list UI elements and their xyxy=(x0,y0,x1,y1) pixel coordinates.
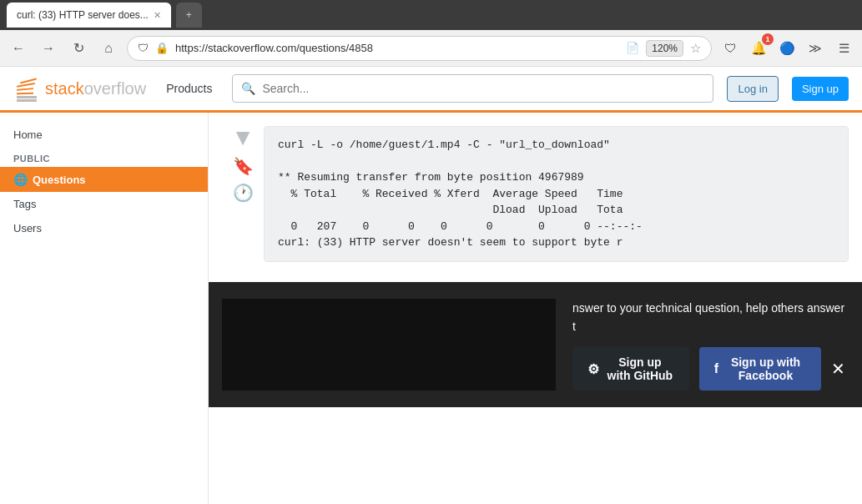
sidebar-item-users[interactable]: Users xyxy=(0,216,208,240)
overlay-close-button[interactable]: ✕ xyxy=(831,359,845,379)
sidebar-item-home[interactable]: Home xyxy=(0,123,208,147)
extensions-icon[interactable]: 🔵 xyxy=(775,37,799,60)
svg-rect-4 xyxy=(17,83,35,88)
sidebar-tags-label: Tags xyxy=(13,198,36,210)
content-area: ▼ 🔖 🕐 curl -L -o /home/guest/1.mp4 -C - … xyxy=(209,113,862,504)
history-button[interactable]: 🕐 xyxy=(233,183,254,203)
post-controls: ▼ 🔖 🕐 xyxy=(215,119,257,275)
globe-icon: 🌐 xyxy=(13,173,28,186)
so-logo-text: stackoverflow xyxy=(45,79,146,98)
github-signup-button[interactable]: ⚙ Sign up with GitHub xyxy=(572,347,689,391)
tab-close-button[interactable]: ✕ xyxy=(154,10,161,21)
lock-icon: 🔒 xyxy=(155,42,169,54)
vote-down-button[interactable]: ▼ xyxy=(231,126,255,149)
search-icon: 🔍 xyxy=(241,82,255,95)
sidebar-users-label: Users xyxy=(13,222,42,234)
url-text: https://stackoverflow.com/questions/4858 xyxy=(175,42,619,54)
notification-bell[interactable]: 🔔 1 xyxy=(747,37,770,60)
inactive-tab[interactable]: + xyxy=(176,3,202,28)
overlay-message: nswer to your technical question, help o… xyxy=(572,299,845,336)
address-bar[interactable]: 🛡 🔒 https://stackoverflow.com/questions/… xyxy=(127,36,712,61)
svg-rect-0 xyxy=(17,96,37,98)
notification-count: 1 xyxy=(762,33,774,45)
content-wrapper: ▼ 🔖 🕐 curl -L -o /home/guest/1.mp4 -C - … xyxy=(209,113,862,504)
main-layout: Home PUBLIC 🌐 Questions Tags Users ▼ 🔖 🕐 xyxy=(0,113,862,504)
search-input[interactable] xyxy=(262,82,704,95)
github-icon: ⚙ xyxy=(587,361,599,377)
zoom-level: 120% xyxy=(646,40,683,57)
sidebar-item-label: Home xyxy=(13,129,43,141)
svg-rect-3 xyxy=(17,88,33,91)
products-nav[interactable]: Products xyxy=(159,78,219,98)
overlay-text-area: nswer to your technical question, help o… xyxy=(222,299,845,391)
signup-button[interactable]: Sign up xyxy=(792,77,849,101)
login-button[interactable]: Log in xyxy=(727,76,778,102)
reload-button[interactable]: ↻ xyxy=(67,37,90,60)
tab-label: curl: (33) HTTP server does... xyxy=(17,9,149,21)
overlay-content: nswer to your technical question, help o… xyxy=(222,299,845,391)
code-block: curl -L -o /home/guest/1.mp4 -C - "url_t… xyxy=(265,127,848,261)
so-header: stackoverflow Products 🔍 Log in Sign up xyxy=(0,67,862,113)
active-tab[interactable]: curl: (33) HTTP server does... ✕ xyxy=(7,3,171,28)
forward-button[interactable]: → xyxy=(37,37,60,60)
so-logo-icon xyxy=(13,73,40,104)
sidebar-item-tags[interactable]: Tags xyxy=(0,192,208,216)
svg-rect-2 xyxy=(17,93,33,95)
sidebar-questions-label: Questions xyxy=(33,174,86,186)
svg-rect-1 xyxy=(17,99,37,102)
sidebar-item-questions[interactable]: 🌐 Questions xyxy=(0,167,208,192)
security-shield-icon: 🛡 xyxy=(138,42,149,54)
facebook-signup-button[interactable]: f Sign up with Facebook xyxy=(699,347,821,391)
address-bar-row: ← → ↻ ⌂ 🛡 🔒 https://stackoverflow.com/qu… xyxy=(0,30,862,67)
home-button[interactable]: ⌂ xyxy=(97,37,120,60)
reader-mode-icon: 📄 xyxy=(626,42,639,54)
sidebar-section-public: PUBLIC xyxy=(0,147,208,167)
pocket-icon[interactable]: 🛡 xyxy=(718,37,742,60)
so-logo[interactable]: stackoverflow xyxy=(13,73,146,104)
so-logo-stack: stack xyxy=(45,79,84,98)
hamburger-menu-icon[interactable]: ☰ xyxy=(832,37,855,60)
sidebar: Home PUBLIC 🌐 Questions Tags Users xyxy=(0,113,209,504)
overflow-menu-icon[interactable]: ≫ xyxy=(804,37,827,60)
new-tab-indicator: + xyxy=(186,9,192,21)
bookmark-star-icon[interactable]: ☆ xyxy=(690,41,701,56)
browser-chrome: curl: (33) HTTP server does... ✕ + xyxy=(0,0,862,30)
code-block-wrapper: curl -L -o /home/guest/1.mp4 -C - "url_t… xyxy=(264,126,849,262)
back-button[interactable]: ← xyxy=(7,37,30,60)
post-section: ▼ 🔖 🕐 curl -L -o /home/guest/1.mp4 -C - … xyxy=(209,113,862,275)
facebook-icon: f xyxy=(714,361,718,376)
search-bar[interactable]: 🔍 xyxy=(232,74,713,103)
overlay-buttons: ⚙ Sign up with GitHub f Sign up with Fac… xyxy=(572,347,845,391)
bookmark-button[interactable]: 🔖 xyxy=(233,156,254,176)
signup-overlay: nswer to your technical question, help o… xyxy=(209,282,862,408)
toolbar-icons: 🛡 🔔 1 🔵 ≫ ☰ xyxy=(718,37,855,60)
